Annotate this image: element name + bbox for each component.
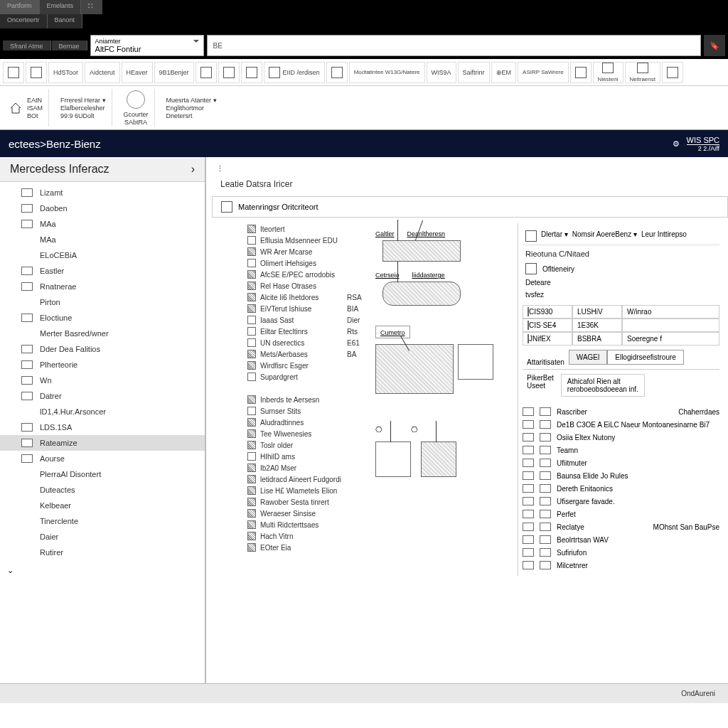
- checklist2-row-3[interactable]: Tee Wiwenesies: [247, 428, 368, 439]
- grid-11[interactable]: 1E36K: [572, 318, 622, 332]
- checklist2-row-11[interactable]: Multi Ridcterttsaes: [247, 519, 368, 530]
- mini-tab-1[interactable]: Sfranl Atme: [3, 41, 51, 50]
- checklist1-row-13[interactable]: Supardgrert: [247, 371, 368, 382]
- url-dropdown[interactable]: Aniamter AltFC Fontiur: [90, 35, 204, 56]
- sidebar-item-1[interactable]: Daoben: [0, 200, 205, 216]
- sidebar-item-3[interactable]: MAa: [0, 232, 205, 247]
- sidebar-item-6[interactable]: Rnatnerae: [0, 279, 205, 294]
- checklist2-row-5[interactable]: HIhilD ams: [247, 451, 368, 462]
- ribbon-gauge[interactable]: Gcourter SAbtRA: [124, 89, 149, 127]
- mini-tab-2[interactable]: Bernae: [52, 41, 87, 50]
- checkbox-icon[interactable]: [247, 225, 256, 233]
- rp-list-item-3[interactable]: Teamn: [523, 444, 719, 456]
- ribbon-home-icon[interactable]: [9, 89, 23, 127]
- rp-list-item-2[interactable]: Osiia Eltex Nutony: [523, 431, 719, 444]
- sidebar-item-23[interactable]: Rutirer: [0, 545, 205, 560]
- checklist2-row-7[interactable]: letidracd Aineert Fudgordi: [247, 473, 368, 485]
- sidebar-item-21[interactable]: Tinerclente: [0, 513, 205, 529]
- sidebar-item-14[interactable]: lD1,4.Hur.Arsoncer: [0, 404, 205, 419]
- checklist1-row-7[interactable]: EiVTerut IshiuseBIA: [247, 303, 368, 314]
- checklist1-row-8[interactable]: Iaaas SastDier: [247, 314, 368, 326]
- checkbox-icon[interactable]: [247, 350, 256, 358]
- sidebar-item-5[interactable]: Eastler: [0, 263, 205, 279]
- grid-01[interactable]: LUSHiV: [572, 305, 622, 318]
- content-crumb-icon[interactable]: ⋮: [212, 163, 728, 175]
- tool-icon-8[interactable]: [662, 62, 683, 83]
- tool-saiftrinr[interactable]: Saiftrinr: [458, 62, 490, 83]
- checkbox-icon[interactable]: [247, 520, 256, 529]
- checklist2-row-12[interactable]: Hach Vitrn: [247, 530, 368, 542]
- sidebar-item-8[interactable]: Eloctiune: [0, 310, 205, 326]
- sidebar-item-18[interactable]: PlerraAl Disontert: [0, 466, 205, 482]
- checkbox-icon[interactable]: [247, 293, 256, 301]
- checkbox-icon[interactable]: [247, 327, 256, 336]
- checkbox-icon[interactable]: [247, 509, 256, 518]
- checklist2-row-8[interactable]: Lise H£ Wlametels Elion: [247, 485, 368, 496]
- rp-list-item-0[interactable]: RascriberChaherrdaes: [523, 405, 719, 418]
- tool-wis9a[interactable]: WIS9A: [427, 62, 456, 83]
- checkbox-icon[interactable]: [247, 361, 256, 370]
- checkbox-icon[interactable]: [247, 338, 256, 347]
- tool-heaver[interactable]: HEaver: [122, 62, 153, 83]
- tool-icon-5[interactable]: [241, 62, 262, 83]
- sidebar-item-19[interactable]: Duteactes: [0, 482, 205, 498]
- tool-oem[interactable]: ⊕EM: [491, 62, 517, 83]
- checklist2-row-6[interactable]: Ib2A0 Mser: [247, 462, 368, 473]
- checkbox-icon[interactable]: [247, 418, 256, 427]
- checkbox-icon[interactable]: [247, 373, 256, 381]
- tool-icon-6[interactable]: [326, 62, 348, 83]
- sidebar-item-20[interactable]: Kelbeaer: [0, 498, 205, 513]
- checklist1-row-1[interactable]: Efllusia Mdsenneer EDU: [247, 235, 368, 246]
- checkbox-icon[interactable]: [247, 282, 256, 290]
- checkbox-icon[interactable]: [247, 475, 256, 483]
- rp-list-item-4[interactable]: Ufiitmuter: [523, 456, 719, 469]
- sidebar-scroll-down[interactable]: ⌄: [0, 563, 205, 578]
- grid-00[interactable]: CIS930: [523, 305, 572, 318]
- checklist1-row-9[interactable]: Eiltar EtecltinrsRts: [247, 326, 368, 337]
- sidebar-item-9[interactable]: Merter Basred/wner: [0, 326, 205, 341]
- gear-icon[interactable]: ⚙: [673, 139, 680, 149]
- rp-tab-1[interactable]: WAGEl: [569, 350, 607, 364]
- sidebar-item-10[interactable]: Dder Dea Falitios: [0, 341, 205, 357]
- checkbox-icon[interactable]: [247, 316, 256, 324]
- tool-niesteni[interactable]: Niesteni: [593, 62, 623, 83]
- checkbox-icon[interactable]: [247, 464, 256, 472]
- checkbox-icon[interactable]: [247, 532, 256, 540]
- sidebar-item-7[interactable]: Pirton: [0, 294, 205, 310]
- tool-icon-2[interactable]: [26, 62, 47, 83]
- sidebar-item-2[interactable]: MAa: [0, 216, 205, 232]
- tab-menu-icon[interactable]: [81, 0, 102, 14]
- tab-row2-1[interactable]: Oncerteertr: [0, 14, 48, 28]
- checkbox-icon[interactable]: [247, 441, 256, 449]
- checklist1-row-3[interactable]: Olimert iHehsiges: [247, 257, 368, 269]
- tool-aidcterut[interactable]: Aidcterut: [85, 62, 120, 83]
- checkbox-icon[interactable]: [247, 236, 256, 245]
- checkbox-icon[interactable]: [247, 270, 256, 279]
- sidebar-item-22[interactable]: Daier: [0, 529, 205, 545]
- sidebar-item-4[interactable]: ELoCEBiA: [0, 247, 205, 263]
- grid-21[interactable]: BSBRA: [572, 332, 622, 346]
- checkbox-icon[interactable]: [247, 407, 256, 415]
- checklist2-row-10[interactable]: Weraeser Sinsise: [247, 508, 368, 519]
- rp-list-item-1[interactable]: De1B C3OE A EiLC Naeur Montoanesinarne B…: [523, 418, 719, 431]
- checklist1-row-0[interactable]: Iteortert: [247, 223, 368, 235]
- ribbon-muesrta[interactable]: Muesrta Atanter ▾ Englithortmor Dnetersr…: [166, 89, 217, 127]
- tool-icon-1[interactable]: [3, 62, 24, 83]
- checklist1-row-10[interactable]: UN dserecticsE61: [247, 337, 368, 348]
- checkbox-icon[interactable]: [247, 543, 256, 552]
- rp-list-item-5[interactable]: Baunsa Elide Jo Rules: [523, 469, 719, 482]
- checkbox-icon[interactable]: [247, 395, 256, 404]
- sidebar-item-17[interactable]: Aourse: [0, 451, 205, 466]
- checklist2-row-9[interactable]: Rawober Sesta tinrert: [247, 496, 368, 508]
- checkbox-icon[interactable]: [247, 304, 256, 313]
- checklist2-row-1[interactable]: Surnser Stits: [247, 405, 368, 417]
- tool-icon-4[interactable]: [218, 62, 240, 83]
- checklist2-row-0[interactable]: Inberds te Aersesn: [247, 394, 368, 405]
- checklist1-row-12[interactable]: Wirdfisrc Esger: [247, 360, 368, 371]
- rp-list-item-10[interactable]: Beolrtrtsan WAV: [523, 533, 719, 546]
- rp-list-item-11[interactable]: Sufiriufon: [523, 546, 719, 559]
- tool-modtat[interactable]: Modtatintee W13G/Natere: [349, 62, 425, 83]
- tab-1[interactable]: Partform: [0, 0, 40, 14]
- checkbox-icon[interactable]: [247, 247, 256, 256]
- checklist1-row-4[interactable]: AfcSE E/PEC arrodobis: [247, 269, 368, 280]
